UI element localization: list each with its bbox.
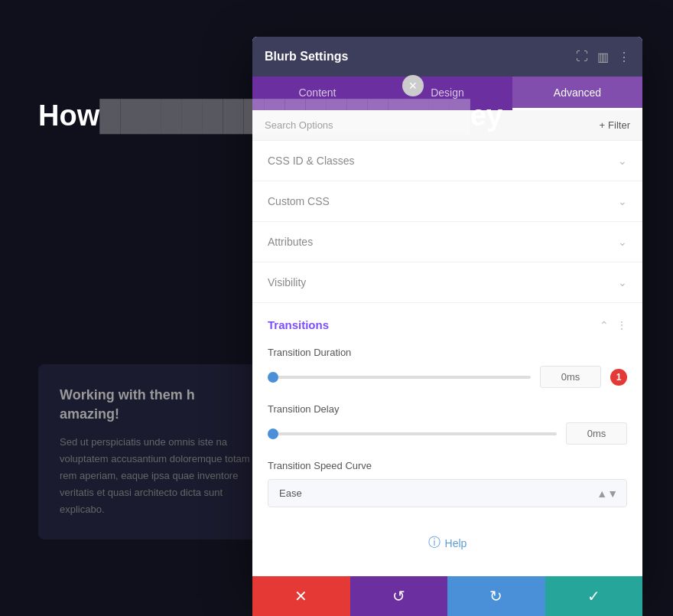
section-custom-css[interactable]: Custom CSS ⌄	[252, 181, 642, 222]
filter-label: Filter	[608, 119, 630, 131]
bg-headline: How██████████████████ey	[38, 99, 502, 132]
section-css-id-label: CSS ID & Classes	[268, 155, 355, 167]
redo-button[interactable]: ↻	[447, 576, 545, 616]
maximize-icon[interactable]: ⛶	[576, 50, 588, 64]
help-row: ⓘ Help	[268, 523, 627, 563]
section-custom-css-label: Custom CSS	[268, 195, 330, 207]
transitions-header-icons: ⌃ ⋮	[600, 319, 627, 331]
chevron-down-icon: ⌄	[618, 236, 627, 248]
transitions-header: Transitions ⌃ ⋮	[268, 318, 627, 331]
section-visibility[interactable]: Visibility ⌄	[252, 262, 642, 303]
transition-duration-row: 1	[268, 366, 627, 388]
more-icon[interactable]: ⋮	[618, 50, 630, 64]
save-button[interactable]: ✓	[545, 576, 643, 616]
undo-icon: ↺	[392, 587, 405, 605]
help-icon: ⓘ	[428, 535, 441, 551]
transition-speed-curve-select-wrap: Ease Linear Ease In Ease Out Ease In Out…	[268, 479, 627, 507]
transition-duration-label: Transition Duration	[268, 347, 627, 358]
transition-speed-curve-group: Transition Speed Curve Ease Linear Ease …	[268, 460, 627, 507]
panel-header: Blurb Settings ⛶ ▥ ⋮	[252, 37, 642, 77]
transitions-title: Transitions	[268, 318, 329, 331]
transition-delay-slider[interactable]	[268, 432, 557, 435]
chevron-down-icon: ⌄	[618, 155, 627, 167]
transition-delay-slider-wrap	[268, 426, 557, 442]
section-attributes[interactable]: Attributes ⌄	[252, 222, 642, 262]
chevron-down-icon: ⌄	[618, 276, 627, 288]
header-icons: ⛶ ▥ ⋮	[576, 50, 630, 64]
help-link[interactable]: Help	[445, 537, 467, 549]
transitions-collapse-icon[interactable]: ⌃	[600, 319, 609, 331]
panel-close-button[interactable]: ✕	[402, 75, 424, 96]
transitions-more-icon[interactable]: ⋮	[616, 319, 627, 331]
save-icon: ✓	[587, 587, 600, 605]
panel-title: Blurb Settings	[265, 50, 348, 64]
transition-delay-row	[268, 422, 627, 445]
chevron-down-icon: ⌄	[618, 195, 627, 207]
undo-button[interactable]: ↺	[350, 576, 448, 616]
cancel-button[interactable]: ✕	[252, 576, 350, 616]
transitions-section: Transitions ⌃ ⋮ Transition Duration 1	[252, 303, 642, 582]
transition-duration-slider[interactable]	[268, 376, 531, 379]
transition-delay-label: Transition Delay	[268, 403, 627, 415]
bottom-bar: ✕ ↺ ↻ ✓	[252, 576, 642, 616]
section-visibility-label: Visibility	[268, 276, 306, 288]
transition-duration-badge: 1	[610, 369, 627, 386]
transition-duration-group: Transition Duration 1	[268, 347, 627, 388]
section-css-id[interactable]: CSS ID & Classes ⌄	[252, 141, 642, 181]
transition-speed-curve-label: Transition Speed Curve	[268, 460, 627, 471]
tab-advanced[interactable]: Advanced	[512, 77, 642, 110]
transition-duration-slider-wrap	[268, 370, 531, 385]
transition-delay-input[interactable]	[566, 422, 627, 445]
columns-icon[interactable]: ▥	[597, 50, 609, 64]
transition-delay-group: Transition Delay	[268, 403, 627, 445]
filter-plus-icon: +	[600, 119, 606, 131]
transition-duration-input[interactable]	[540, 366, 601, 388]
panel-body: CSS ID & Classes ⌄ Custom CSS ⌄ Attribut…	[252, 141, 642, 582]
redo-icon: ↻	[489, 587, 502, 605]
cancel-icon: ✕	[294, 587, 307, 605]
section-attributes-label: Attributes	[268, 236, 313, 248]
transition-speed-curve-select[interactable]: Ease Linear Ease In Ease Out Ease In Out	[268, 479, 627, 507]
filter-button[interactable]: + Filter	[600, 119, 630, 131]
